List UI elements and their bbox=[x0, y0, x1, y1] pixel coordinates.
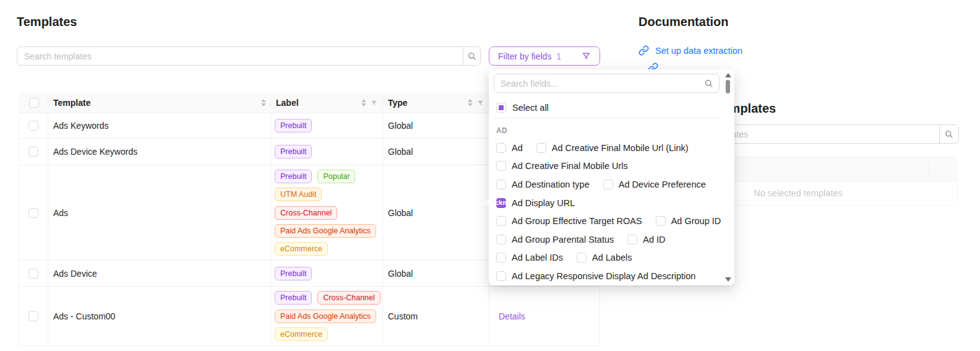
field-option[interactable]: checkmarkAd Display URL bbox=[496, 198, 575, 208]
search-button[interactable] bbox=[939, 125, 958, 143]
field-option[interactable]: Ad Group Parental Status bbox=[496, 235, 614, 245]
column-header-type[interactable]: Type bbox=[383, 93, 489, 113]
sort-icon[interactable] bbox=[468, 99, 473, 106]
dropdown-scrollbar[interactable] bbox=[724, 72, 732, 283]
filter-by-fields-button[interactable]: Filter by fields 1 bbox=[489, 46, 600, 66]
label-tag-line: Paid Ads Google Analytics bbox=[275, 224, 376, 238]
field-checkbox[interactable] bbox=[496, 180, 506, 189]
field-option[interactable]: Ad ID bbox=[627, 235, 665, 245]
field-option[interactable]: Ad Destination type bbox=[496, 180, 590, 189]
table-row: Ads - Custom00PrebuiltCross-ChannelPaid … bbox=[19, 287, 600, 346]
field-checkbox[interactable] bbox=[496, 253, 506, 262]
select-all-label: Select all bbox=[512, 103, 549, 113]
search-templates-input[interactable] bbox=[17, 47, 463, 65]
template-type-cell: Global bbox=[383, 165, 489, 260]
row-checkbox[interactable] bbox=[28, 208, 38, 218]
row-checkbox[interactable] bbox=[28, 121, 38, 131]
scroll-down-icon[interactable] bbox=[725, 277, 731, 282]
field-option[interactable]: Ad Labels bbox=[577, 253, 632, 262]
field-option-row: Ad Group Effective Target ROASAd Group I… bbox=[489, 212, 734, 230]
select-all-checkbox[interactable] bbox=[496, 103, 506, 113]
column-header-label[interactable]: Label bbox=[271, 93, 383, 113]
template-name-cell: Ads bbox=[48, 165, 271, 260]
template-type: Global bbox=[388, 269, 413, 279]
label-tag-line: eCommerce bbox=[275, 327, 328, 341]
field-checkbox[interactable] bbox=[496, 161, 506, 171]
details-link[interactable]: Details bbox=[499, 311, 525, 321]
field-checkbox[interactable] bbox=[496, 235, 506, 245]
template-type-cell: Global bbox=[383, 261, 489, 286]
label-tag: Paid Ads Google Analytics bbox=[275, 224, 376, 238]
label-tag: Prebuilt bbox=[275, 291, 312, 305]
row-checkbox[interactable] bbox=[28, 269, 38, 279]
field-option[interactable]: Ad Creative Final Mobile Urls bbox=[496, 161, 628, 171]
search-icon bbox=[467, 51, 477, 61]
label-tag-line: UTM Audit bbox=[275, 188, 322, 201]
field-checkbox[interactable] bbox=[577, 253, 587, 262]
field-option[interactable]: Ad Group Effective Target ROAS bbox=[496, 216, 642, 226]
row-checkbox[interactable] bbox=[28, 311, 38, 321]
scrollbar-thumb[interactable] bbox=[726, 80, 730, 93]
field-option[interactable]: Ad Group ID bbox=[656, 216, 721, 226]
search-icon bbox=[704, 79, 714, 89]
scroll-up-icon[interactable] bbox=[725, 73, 731, 77]
field-checkbox[interactable] bbox=[627, 235, 637, 245]
field-checkbox[interactable] bbox=[536, 143, 546, 153]
templates-page: Templates Filter by fields 1 Template La… bbox=[0, 0, 980, 351]
template-type-cell: Global bbox=[383, 139, 489, 165]
field-checkbox[interactable] bbox=[496, 143, 506, 153]
row-checkbox[interactable] bbox=[28, 147, 38, 157]
template-name: Ads Keywords bbox=[53, 121, 108, 131]
setup-data-extraction-label: Set up data extraction bbox=[655, 46, 742, 56]
setup-data-extraction-link[interactable]: Set up data extraction bbox=[638, 45, 742, 56]
template-type: Custom bbox=[388, 311, 418, 321]
template-type-cell: Global bbox=[383, 113, 489, 138]
template-labels-cell: Prebuilt bbox=[271, 261, 383, 286]
filter-count-badge: 1 bbox=[556, 51, 561, 61]
column-filter-icon[interactable] bbox=[370, 99, 378, 107]
label-tag: eCommerce bbox=[275, 242, 328, 256]
label-tag-line: Cross-Channel bbox=[275, 206, 337, 220]
template-name-cell: Ads - Custom00 bbox=[48, 287, 271, 345]
field-option[interactable]: Ad Legacy Responsive Display Ad Descript… bbox=[496, 271, 695, 281]
label-tag-line: Prebuilt bbox=[275, 267, 312, 280]
sort-icon[interactable] bbox=[261, 99, 266, 106]
field-checkbox[interactable] bbox=[603, 180, 613, 189]
sort-icon[interactable] bbox=[361, 99, 366, 106]
template-action-cell: Details bbox=[489, 287, 600, 345]
label-tag: Prebuilt bbox=[275, 267, 312, 280]
field-option[interactable]: Ad Device Preference bbox=[603, 180, 706, 189]
field-option[interactable]: Ad Label IDs bbox=[496, 253, 563, 262]
field-option[interactable]: Ad Creative Final Mobile Url (Link) bbox=[536, 143, 689, 153]
select-all-fields-option[interactable]: Select all bbox=[496, 101, 734, 115]
label-tag: Prebuilt bbox=[275, 145, 312, 158]
column-header-template[interactable]: Template bbox=[48, 93, 271, 113]
label-tag: Prebuilt bbox=[275, 170, 312, 183]
select-all-rows-checkbox[interactable] bbox=[29, 98, 39, 108]
link-icon bbox=[638, 45, 649, 56]
row-checkbox-cell bbox=[19, 139, 48, 165]
field-option-label: Ad Creative Final Mobile Url (Link) bbox=[552, 143, 689, 153]
field-checkbox[interactable] bbox=[656, 216, 666, 226]
field-option[interactable]: Ad bbox=[496, 143, 523, 153]
search-fields-input[interactable] bbox=[494, 79, 704, 89]
label-tag: eCommerce bbox=[275, 327, 328, 341]
label-tag: Paid Ads Google Analytics bbox=[275, 310, 376, 323]
template-name: Ads Device bbox=[53, 269, 97, 279]
field-checkbox[interactable]: checkmark bbox=[496, 198, 506, 208]
search-button[interactable] bbox=[463, 47, 480, 65]
field-option-label: Ad Destination type bbox=[512, 180, 590, 189]
field-option-label: Ad ID bbox=[643, 235, 665, 245]
field-option-row: Ad Label IDsAd Labels bbox=[489, 249, 734, 267]
label-tag: Popular bbox=[317, 170, 355, 183]
template-labels-cell: PrebuiltCross-ChannelPaid Ads Google Ana… bbox=[271, 287, 383, 345]
field-checkbox[interactable] bbox=[496, 271, 506, 281]
template-labels-cell: Prebuilt bbox=[271, 113, 383, 138]
field-option-row: Ad Legacy Responsive Display Ad Descript… bbox=[489, 267, 734, 285]
field-checkbox[interactable] bbox=[496, 216, 506, 226]
column-filter-icon[interactable] bbox=[476, 99, 484, 107]
dropdown-divider bbox=[494, 118, 720, 118]
template-name-cell: Ads Device bbox=[48, 261, 271, 286]
field-option-row: checkmarkAd Display URL bbox=[489, 194, 734, 212]
template-name-cell: Ads Device Keywords bbox=[48, 139, 271, 165]
